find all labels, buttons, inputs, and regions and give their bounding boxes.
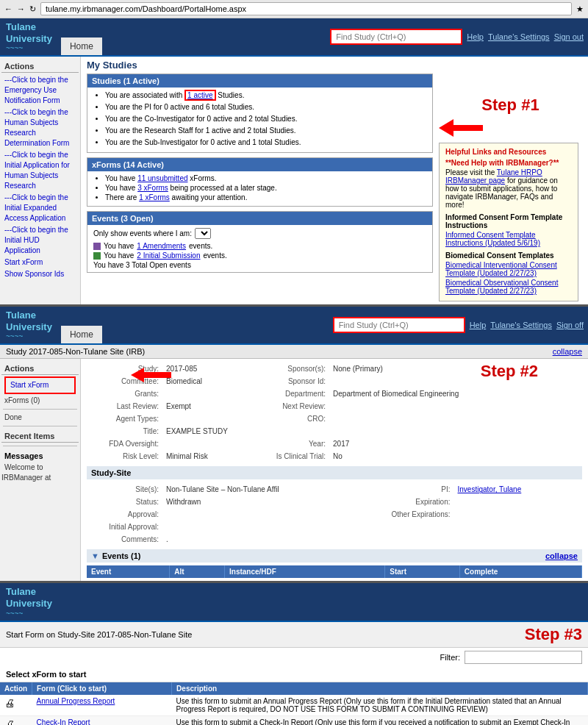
section2-search-input[interactable] xyxy=(333,317,465,333)
helpful-link2[interactable]: Biomedical Interventional Consent Templa… xyxy=(445,261,572,277)
fda-label: FDA Oversight: xyxy=(88,438,162,449)
sponsor-id-label: Sponsor Id: xyxy=(255,376,329,387)
section3-title-bar: Start Form on Study-Site 2017-085-Non-Tu… xyxy=(0,622,588,648)
nav-signout[interactable]: Sign out xyxy=(554,32,584,41)
section2-nav: Tulane University ~~~~ Home Help Tulane'… xyxy=(0,307,588,345)
section2-messages-text: Welcome to IRBManager at xyxy=(1,462,54,483)
table-row: 🖨Annual Progress ReportUse this form to … xyxy=(0,695,588,716)
section2-collapse[interactable]: collapse xyxy=(553,347,582,356)
pi-label: PI: xyxy=(380,484,453,495)
dept-val: Department of Biomedical Engineering xyxy=(330,388,581,399)
row-form-name[interactable]: Annual Progress Report xyxy=(32,695,172,716)
events-filter-select[interactable] xyxy=(195,228,211,239)
events-amendments-link[interactable]: 1 Amendments xyxy=(137,242,186,250)
url-bar[interactable] xyxy=(40,2,572,15)
section2-sidebar-sep2 xyxy=(3,426,77,426)
sidebar-link-start-xform[interactable]: Start xForm xyxy=(1,257,79,268)
studies-header: Studies (1 Active) xyxy=(87,74,432,88)
section2-nav-home[interactable]: Home xyxy=(61,326,103,343)
helpful-title: Helpful Links and Resources xyxy=(445,148,572,156)
events-col-instance: Instance/HDF xyxy=(225,565,385,578)
table-row: 🖨Check-In ReportUse this form to submit … xyxy=(0,715,588,725)
events-filter-label: Only show events where I am: xyxy=(93,229,192,238)
studies-active-link[interactable]: 1 active xyxy=(184,90,215,101)
dept-label: Department: xyxy=(255,388,329,399)
helpful-tulane-link[interactable]: Tulane HRPO IRBManager page xyxy=(445,168,542,185)
clinical-trial-label: Is Clinical Trial: xyxy=(255,451,329,462)
section1: Tulane University ~~~~ Home Help Tulane'… xyxy=(0,18,588,307)
events-triangle-icon[interactable]: ▼ xyxy=(91,551,99,560)
search-input[interactable] xyxy=(330,29,462,45)
bookmark-icon[interactable]: ★ xyxy=(576,4,584,14)
last-review-label: Last Review: xyxy=(88,401,162,412)
studies-line1: You are associated with 1 active Studies… xyxy=(105,90,426,101)
events-content: Only show events where I am: You have 1 … xyxy=(87,225,432,272)
cro-val xyxy=(330,413,581,424)
events-initial-row: You have 2 Initial Submission events. xyxy=(93,251,426,260)
helpful-link1[interactable]: Informed Consent Template Instructions (… xyxy=(445,231,572,247)
section2-sidebar-xforms: xForms (0) xyxy=(1,395,43,406)
section3-nav: Tulane University ~~~~ xyxy=(0,583,588,621)
section2-nav-signout[interactable]: Sign off xyxy=(556,321,584,329)
nav-tab-home[interactable]: Home xyxy=(61,38,103,55)
sidebar-link-expanded-access[interactable]: ---Click to begin the Initial Expanded A… xyxy=(1,192,79,224)
detail-row-agent: Agent Types: CRO: xyxy=(88,413,581,424)
col-action: Action xyxy=(0,682,32,695)
xforms-later-link[interactable]: 3 xForms xyxy=(137,184,168,192)
events-initial-link[interactable]: 2 Initial Submission xyxy=(137,251,200,260)
xforms-attention-link[interactable]: 1 xForms xyxy=(139,193,170,201)
section2-sidebar-done: Done xyxy=(1,412,25,423)
title-label: Title: xyxy=(88,426,162,437)
detail-row-grants: Grants: Department: Department of Biomed… xyxy=(88,388,581,399)
section1-nav: Tulane University ~~~~ Home Help Tulane'… xyxy=(0,18,588,57)
initial-approval-label: Initial Approval: xyxy=(88,521,162,532)
grants-val xyxy=(163,388,254,399)
forward-button[interactable]: → xyxy=(17,4,25,13)
events-title: Events (1) xyxy=(102,551,141,560)
section2-sidebar-start-xform[interactable]: Start xForm xyxy=(7,379,73,391)
site-row-comments: Comments: . xyxy=(88,534,581,545)
refresh-button[interactable]: ↻ xyxy=(29,4,36,14)
printer-icon: 🖨 xyxy=(4,718,15,725)
row-form-name[interactable]: Check-In Report xyxy=(32,715,172,725)
sidebar-link-sponsor-ids[interactable]: Show Sponsor Ids xyxy=(1,268,79,280)
sidebar-link-hud[interactable]: ---Click to begin the Initial HUD Applic… xyxy=(1,224,79,257)
events-col-complete: Complete xyxy=(459,565,581,578)
row-action: 🖨 xyxy=(0,715,32,725)
sidebar-link-emergency[interactable]: ---Click to begin the Emergency Use Noti… xyxy=(1,74,79,107)
section2-nav-help[interactable]: Help xyxy=(470,321,487,329)
nav-help[interactable]: Help xyxy=(467,32,484,41)
section2-messages-title: Messages xyxy=(1,449,79,463)
nav-settings[interactable]: Tulane's Settings xyxy=(488,32,550,41)
logo: Tulane University ~~~~ xyxy=(0,18,58,55)
browser-bar: ← → ↻ ★ xyxy=(0,0,588,18)
studies-line3: You are the Co-Investigator for 0 active… xyxy=(105,114,426,124)
xforms-line3: There are 1 xForms awaiting your attenti… xyxy=(105,193,426,201)
section2-nav-settings[interactable]: Tulane's Settings xyxy=(490,321,552,329)
section2-breadcrumb-bar: Study 2017-085-Non-Tulane Site (IRB) col… xyxy=(0,345,588,359)
studies-line4: You are the Research Staff for 1 active … xyxy=(105,126,426,136)
sidebar-link-human-subjects[interactable]: ---Click to begin the Human Subjects Res… xyxy=(1,107,79,149)
events-total: You have 3 Total Open events xyxy=(93,261,426,269)
section1-content: My Studies Studies (1 Active) You are as… xyxy=(81,57,588,304)
sidebar-link-initial-app[interactable]: ---Click to begin the Initial Applicatio… xyxy=(1,149,79,192)
study-site-header: Study-Site xyxy=(87,466,582,479)
study-val: 2017-085 xyxy=(163,363,254,374)
section2-breadcrumb: Study 2017-085-Non-Tulane Site (IRB) xyxy=(6,347,145,356)
step2-arrow-icon xyxy=(131,368,171,382)
pi-val: Investigator, Tulane xyxy=(455,484,581,495)
filter-input[interactable] xyxy=(465,651,582,664)
section1-left: Studies (1 Active) You are associated wi… xyxy=(87,74,433,301)
xforms-unsubmitted-link[interactable]: 11 unsubmitted xyxy=(137,174,187,182)
exp-val xyxy=(455,496,581,507)
col-desc: Description xyxy=(172,682,588,695)
pi-link[interactable]: Investigator, Tulane xyxy=(458,485,522,493)
helpful-link3[interactable]: Biomedical Observational Consent Templat… xyxy=(445,279,572,295)
events-green-dot xyxy=(93,252,101,260)
section3-page-title: Start Form on Study-Site 2017-085-Non-Tu… xyxy=(6,630,525,639)
section3-logo-wave: ~~~~ xyxy=(6,610,52,618)
back-button[interactable]: ← xyxy=(4,4,12,13)
events-collapse-link[interactable]: collapse xyxy=(545,551,578,560)
section2-sidebar-start-xform-highlight: Start xForm xyxy=(4,376,76,394)
filter-label: Filter: xyxy=(440,653,461,662)
